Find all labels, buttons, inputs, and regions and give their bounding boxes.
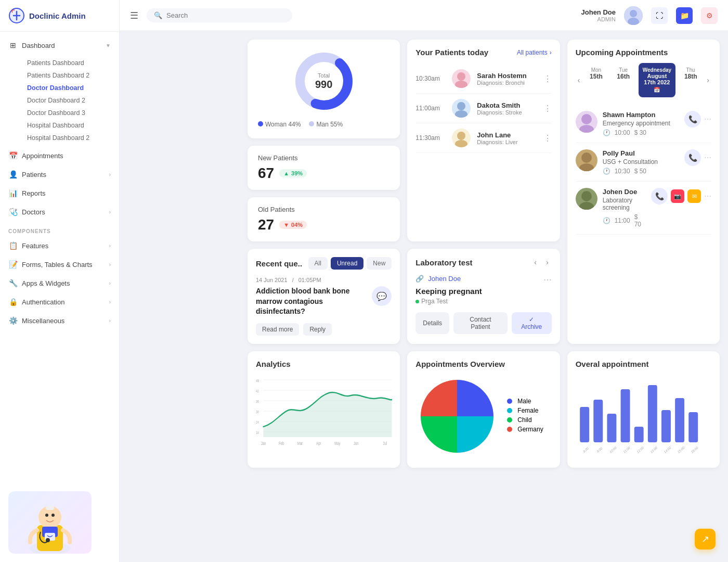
patient-diag-3: Diagnosis: Liver <box>477 139 537 145</box>
patient-avatar-1 <box>452 69 471 88</box>
more-button-johen[interactable]: ⋯ <box>704 192 711 200</box>
svg-point-18 <box>455 110 467 118</box>
misc-icon: ⚙️ <box>8 316 18 325</box>
sidebar-item-patients[interactable]: 👤 Patients › <box>0 165 119 184</box>
svg-text:Jun: Jun <box>354 440 358 446</box>
call-button-polly[interactable]: 📞 <box>684 149 701 166</box>
cal-day-thu[interactable]: Thu 18th <box>679 63 703 97</box>
appt-name-johen: Johen Doe <box>603 188 646 196</box>
chat-icon-button[interactable]: 💬 <box>372 286 392 306</box>
menu-button[interactable]: ☰ <box>130 10 138 21</box>
stats-area: Total 990 Woman 44% Man 55% New Patients… <box>248 40 400 241</box>
svg-text:12:00: 12:00 <box>636 445 644 454</box>
contact-patient-button[interactable]: Contact Patient <box>453 312 508 334</box>
search-input[interactable] <box>166 11 270 19</box>
sidebar-item-features[interactable]: 📋 Features › <box>0 236 119 255</box>
tab-all[interactable]: All <box>308 257 328 270</box>
user-avatar[interactable] <box>624 6 643 25</box>
more-button-1[interactable]: ⋮ <box>543 74 552 84</box>
svg-point-11 <box>630 10 637 17</box>
appt-type-polly: USG + Consultation <box>603 158 679 165</box>
lab-next[interactable]: › <box>543 257 552 267</box>
upcoming-title: Upcoming Appointments <box>576 48 711 57</box>
appt-info-polly: Polly Paul USG + Consultation 🕐 10:30 $ … <box>603 149 679 175</box>
sidebar-sub-doctor-dashboard[interactable]: Doctor Dashboard <box>19 82 119 94</box>
svg-point-23 <box>581 152 592 163</box>
cal-day-wed[interactable]: Wednesday August 17th 2022 📅 <box>639 63 675 97</box>
cal-day-tue[interactable]: Tue 16th <box>612 63 635 97</box>
reply-button[interactable]: Reply <box>303 323 332 336</box>
svg-point-17 <box>457 102 465 110</box>
chevron-right-icon-5: › <box>109 280 111 286</box>
patient-info-1: Sarah Hostemn Diagnosis: Bronchi <box>477 72 537 86</box>
sidebar-sub-doctor-dashboard-3[interactable]: Doctor Dashboard 3 <box>19 107 119 119</box>
read-more-button[interactable]: Read more <box>256 323 299 336</box>
lab-more-button[interactable]: ⋯ <box>543 275 552 285</box>
chevron-right-icon-4: › <box>109 262 111 267</box>
lab-diagnosis: Keeping pregnant <box>415 287 482 296</box>
patient-diag-2: Diagnosis: Stroke <box>477 109 537 116</box>
video-button-johen[interactable]: 📷 <box>671 189 684 203</box>
svg-text:15:00: 15:00 <box>677 445 685 454</box>
svg-point-15 <box>457 72 465 81</box>
dashboard-submenu: Patients Dashboard Patients Dashboard 2 … <box>0 55 119 146</box>
more-button-3[interactable]: ⋮ <box>543 133 552 143</box>
svg-text:36: 36 <box>256 399 259 403</box>
archive-button[interactable]: ✓ Archive <box>512 312 552 334</box>
sidebar-item-authentication[interactable]: 🔒 Authentication › <box>0 292 119 311</box>
message-button-johen[interactable]: ✉ <box>687 189 701 203</box>
lab-patient: 🔗 Johen Doe <box>415 275 482 283</box>
reports-label: Reports <box>22 189 46 197</box>
lab-prev[interactable]: ‹ <box>531 257 540 267</box>
sidebar: Doclinic Admin ⊞ Dashboard ▼ Patients Da… <box>0 0 120 562</box>
cal-day-mon[interactable]: Mon 15th <box>584 63 608 97</box>
sidebar-sub-hospital-dashboard[interactable]: Hospital Dashboard <box>19 119 119 132</box>
patient-time-2: 11:00am <box>415 105 446 112</box>
sidebar-item-forms[interactable]: 📝 Forms, Tables & Charts › <box>0 255 119 274</box>
sidebar-sub-doctor-dashboard-2[interactable]: Doctor Dashboard 2 <box>19 94 119 107</box>
settings-button[interactable]: ⚙ <box>701 7 718 24</box>
sidebar-item-apps[interactable]: 🔧 Apps & Widgets › <box>0 274 119 292</box>
sidebar-sub-hospital-dashboard-2[interactable]: Hospital Dashboard 2 <box>19 132 119 144</box>
details-button[interactable]: Details <box>415 312 449 334</box>
user-info: Johen Doe ADMIN <box>581 8 616 22</box>
files-button[interactable]: 📁 <box>676 7 693 24</box>
dashboard-label: Dashboard <box>22 42 55 49</box>
patients-label: Patients <box>22 171 46 178</box>
fullscreen-button[interactable]: ⛶ <box>651 7 668 24</box>
calendar-next[interactable]: › <box>705 74 711 86</box>
svg-point-25 <box>581 191 592 201</box>
float-action-button[interactable]: ↗ <box>695 529 716 550</box>
sidebar-sub-patients-dashboard-2[interactable]: Patients Dashboard 2 <box>19 69 119 82</box>
old-patients-label: Old Patients <box>258 206 389 213</box>
apps-label: Apps & Widgets <box>22 279 70 287</box>
more-button-shawn[interactable]: ⋯ <box>704 115 711 123</box>
legend-child: Child <box>517 416 531 424</box>
appointment-shawn: Shawn Hampton Emergency appointment 🕐 10… <box>576 105 711 143</box>
legend-woman: Woman 44% <box>265 121 301 128</box>
svg-text:24: 24 <box>256 420 259 424</box>
clock-icon: 🕐 <box>603 129 610 136</box>
more-button-2[interactable]: ⋮ <box>543 104 552 113</box>
sidebar-item-misc[interactable]: ⚙️ Miscellaneous › <box>0 311 119 330</box>
call-button-johen[interactable]: 📞 <box>651 188 668 205</box>
new-patients-label: New Patients <box>258 154 389 162</box>
call-button-shawn[interactable]: 📞 <box>684 111 701 127</box>
sidebar-item-reports[interactable]: 📊 Reports <box>0 184 119 202</box>
calendar-icon: 📅 <box>654 87 660 93</box>
features-label: Features <box>22 242 48 250</box>
more-button-polly[interactable]: ⋯ <box>704 154 711 162</box>
tab-new[interactable]: New <box>367 257 392 270</box>
svg-rect-49 <box>607 414 616 442</box>
sidebar-item-doctors[interactable]: 🩺 Doctors › <box>0 202 119 221</box>
clock-icon-2: 🕐 <box>603 168 610 175</box>
svg-point-22 <box>579 125 594 133</box>
app-logo[interactable]: Doclinic Admin <box>0 0 119 32</box>
lab-actions: Details Contact Patient ✓ Archive <box>415 312 551 334</box>
all-patients-link[interactable]: All patients › <box>517 49 552 56</box>
sidebar-item-dashboard[interactable]: ⊞ Dashboard ▼ <box>0 36 119 55</box>
calendar-prev[interactable]: ‹ <box>576 74 582 86</box>
tab-unread[interactable]: Unread <box>331 257 363 270</box>
sidebar-sub-patients-dashboard[interactable]: Patients Dashboard <box>19 57 119 69</box>
sidebar-item-appointments[interactable]: 📅 Appointments <box>0 146 119 165</box>
